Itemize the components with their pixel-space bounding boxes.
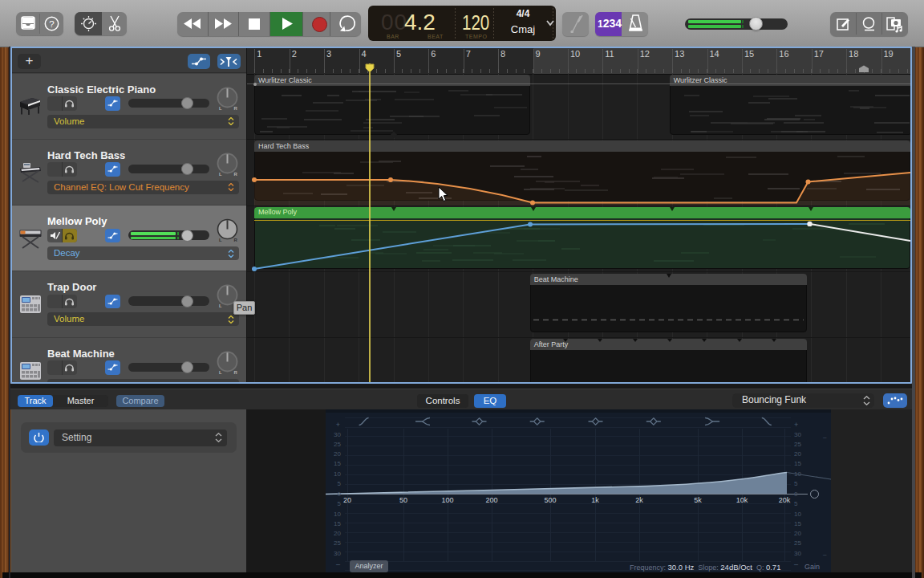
svg-text:?: ? xyxy=(49,19,54,29)
